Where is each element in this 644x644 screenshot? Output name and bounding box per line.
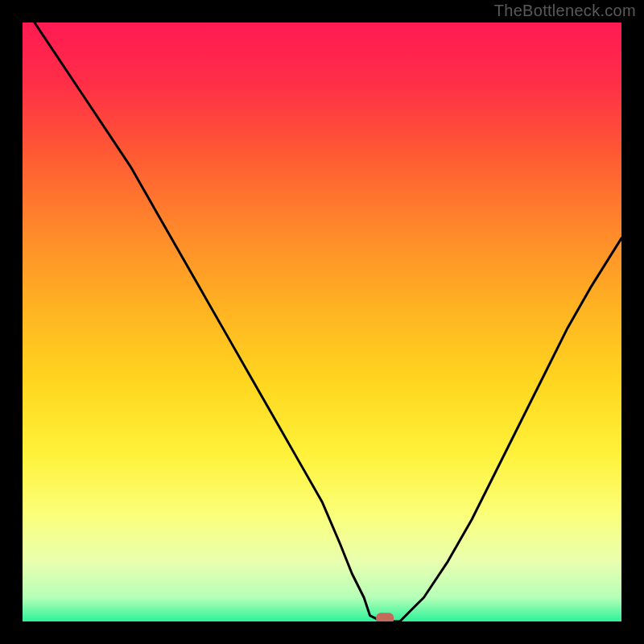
plot-svg	[23, 23, 621, 621]
gradient-background	[23, 23, 621, 621]
chart-container: TheBottleneck.com	[0, 0, 644, 644]
optimal-marker	[376, 613, 394, 621]
plot-area	[23, 23, 621, 621]
watermark-label: TheBottleneck.com	[494, 2, 636, 20]
